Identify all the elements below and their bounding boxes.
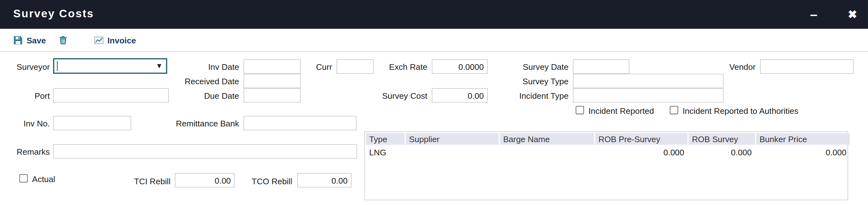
survey-type-field[interactable]: [573, 74, 724, 88]
received-date-field[interactable]: [244, 74, 301, 88]
due-date-field[interactable]: [244, 88, 301, 103]
invoice-button[interactable]: Invoice: [94, 29, 136, 51]
remarks-label: Remarks: [0, 147, 50, 156]
trash-icon: [59, 35, 67, 45]
incident-reported-label: Incident Reported: [588, 106, 654, 116]
incident-reported-authorities-label: Incident Reported to Authorities: [683, 106, 798, 116]
vendor-field[interactable]: [760, 59, 854, 74]
inv-date-field[interactable]: [244, 59, 301, 74]
delete-button[interactable]: [59, 29, 67, 51]
table-row[interactable]: LNG 0.000 0.000 0.000: [366, 146, 850, 159]
incident-reported-authorities-checkbox[interactable]: [670, 106, 678, 114]
tco-rebill-label: TCO Rebill: [222, 176, 292, 186]
column-header-rob-pre-survey: ROB Pre-Survey: [595, 133, 687, 145]
received-date-label: Received Date: [166, 76, 239, 86]
save-button[interactable]: Save: [13, 29, 46, 51]
cell-bunker-price: 0.000: [756, 146, 850, 159]
save-icon: [13, 35, 23, 45]
survey-type-label: Survey Type: [501, 76, 568, 86]
actual-label: Actual: [32, 174, 55, 184]
close-icon: ✖: [848, 8, 857, 21]
port-label: Port: [0, 91, 50, 100]
incident-type-label: Incident Type: [501, 91, 568, 100]
survey-cost-field[interactable]: [432, 88, 488, 103]
actual-checkbox[interactable]: [20, 174, 28, 182]
survey-cost-label: Survey Cost: [365, 91, 427, 100]
remarks-field[interactable]: [53, 144, 357, 159]
incident-type-field[interactable]: [573, 88, 724, 103]
incident-reported-checkbox[interactable]: [576, 106, 584, 114]
due-date-label: Due Date: [183, 91, 239, 100]
remittance-bank-field[interactable]: [244, 116, 356, 130]
curr-label: Curr: [297, 62, 332, 72]
surveyor-combobox[interactable]: ▼: [53, 58, 167, 74]
vendor-label: Vendor: [706, 62, 756, 72]
column-header-barge-name: Barge Name: [500, 133, 594, 145]
tci-rebill-label: TCI Rebill: [100, 176, 171, 186]
page-title: Survey Costs: [13, 7, 94, 20]
cell-barge-name: [500, 146, 594, 159]
cell-rob-survey: 0.000: [688, 146, 755, 159]
surveyor-label: Surveyor: [0, 62, 50, 72]
port-field[interactable]: [53, 88, 169, 103]
cell-supplier: [406, 146, 499, 159]
exch-rate-field[interactable]: [432, 59, 488, 74]
survey-date-label: Survey Date: [501, 62, 568, 72]
chevron-down-icon[interactable]: ▼: [156, 61, 163, 70]
column-header-type: Type: [366, 133, 404, 145]
column-header-supplier: Supplier: [406, 133, 499, 145]
tco-rebill-field[interactable]: [297, 173, 351, 187]
cell-type: LNG: [366, 146, 404, 159]
exch-rate-label: Exch Rate: [365, 62, 427, 72]
inv-no-field[interactable]: [53, 116, 131, 130]
cell-rob-pre-survey: 0.000: [595, 146, 687, 159]
titlebar: Survey Costs – ✖: [0, 0, 868, 29]
survey-costs-dialog: Survey Costs – ✖ Save: [0, 0, 868, 205]
bunker-table: Type Supplier Barge Name ROB Pre-Survey …: [364, 131, 848, 200]
minimize-button[interactable]: –: [802, 0, 826, 29]
bunker-table-header: Type Supplier Barge Name ROB Pre-Survey …: [366, 133, 850, 145]
text-caret: [57, 61, 58, 71]
invoice-chart-icon: [94, 35, 103, 45]
save-button-label: Save: [27, 35, 46, 45]
remittance-bank-label: Remittance Bank: [166, 119, 239, 128]
survey-date-field[interactable]: [573, 59, 629, 74]
column-header-bunker-price: Bunker Price: [756, 133, 850, 145]
minimize-icon: –: [810, 7, 817, 22]
close-button[interactable]: ✖: [840, 0, 865, 29]
invoice-button-label: Invoice: [107, 35, 136, 45]
column-header-rob-survey: ROB Survey: [688, 133, 755, 145]
toolbar: Save Invoice: [0, 29, 868, 52]
inv-date-label: Inv Date: [183, 62, 239, 72]
inv-no-label: Inv No.: [0, 119, 50, 128]
